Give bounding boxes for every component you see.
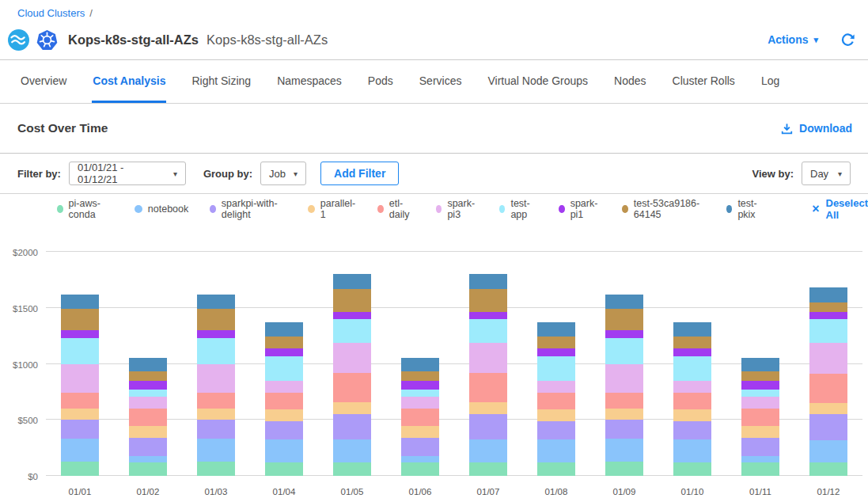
bar-segment-notebook[interactable]	[469, 439, 507, 462]
tab-pods[interactable]: Pods	[367, 60, 394, 103]
bar-segment-spark-pi3[interactable]	[61, 364, 99, 394]
bar-segment-sparkpi-with-delight[interactable]	[537, 421, 575, 439]
deselect-all-button[interactable]: × Deselect All	[812, 197, 868, 221]
tab-log[interactable]: Log	[760, 60, 780, 103]
bar-segment-notebook[interactable]	[61, 439, 99, 462]
bar-segment-spark-pi1[interactable]	[61, 330, 99, 338]
bar-segment-test-53ca9186-64145[interactable]	[809, 302, 847, 312]
bar-segment-test-pkix[interactable]	[605, 295, 643, 309]
bar-segment-spark-pi3[interactable]	[469, 343, 507, 373]
bar-segment-etl-daily[interactable]	[469, 373, 507, 402]
bar-segment-spark-pi1[interactable]	[469, 312, 507, 319]
bar-segment-test-pkix[interactable]	[741, 358, 779, 371]
bar-segment-pi-aws-conda[interactable]	[265, 462, 303, 476]
stacked-bar-01/02[interactable]	[129, 358, 167, 476]
bar-segment-test-app[interactable]	[537, 356, 575, 381]
legend-item-notebook[interactable]: notebook	[135, 203, 188, 215]
bar-segment-sparkpi-with-delight[interactable]	[809, 414, 847, 440]
bar-segment-parallel-1[interactable]	[537, 409, 575, 422]
bar-segment-etl-daily[interactable]	[265, 393, 303, 409]
bar-segment-notebook[interactable]	[809, 440, 847, 462]
stacked-bar-01/03[interactable]	[197, 295, 235, 476]
bar-segment-parallel-1[interactable]	[265, 409, 303, 422]
bar-segment-etl-daily[interactable]	[673, 393, 711, 409]
legend-item-test-53ca9186-64145[interactable]: test-53ca9186-64145	[622, 198, 705, 220]
bar-segment-parallel-1[interactable]	[401, 426, 439, 438]
bar-segment-test-53ca9186-64145[interactable]	[537, 337, 575, 348]
bar-segment-spark-pi3[interactable]	[741, 397, 779, 409]
bar-segment-pi-aws-conda[interactable]	[333, 462, 371, 476]
bar-segment-pi-aws-conda[interactable]	[673, 462, 711, 476]
bar-segment-test-app[interactable]	[129, 390, 167, 397]
bar-segment-test-app[interactable]	[469, 319, 507, 343]
bar-segment-etl-daily[interactable]	[197, 393, 235, 409]
breadcrumb-cloud-clusters-link[interactable]: Cloud Clusters	[17, 7, 85, 19]
bar-segment-spark-pi1[interactable]	[809, 312, 847, 319]
bar-segment-test-53ca9186-64145[interactable]	[469, 289, 507, 312]
bar-segment-etl-daily[interactable]	[537, 393, 575, 409]
group-by-select[interactable]: Job ▾	[260, 162, 306, 185]
bar-segment-spark-pi1[interactable]	[401, 381, 439, 390]
bar-segment-sparkpi-with-delight[interactable]	[129, 438, 167, 456]
bar-segment-spark-pi3[interactable]	[537, 381, 575, 394]
bar-segment-test-pkix[interactable]	[61, 295, 99, 309]
legend-item-spark-pi1[interactable]: spark-pi1	[559, 198, 601, 220]
bar-segment-sparkpi-with-delight[interactable]	[61, 420, 99, 439]
legend-item-etl-daily[interactable]: etl-daily	[377, 198, 415, 220]
legend-item-test-pkix[interactable]: test-pkix	[726, 198, 765, 220]
tab-cost-analysis[interactable]: Cost Analysis	[92, 60, 166, 103]
bar-segment-test-pkix[interactable]	[401, 358, 439, 371]
bar-segment-spark-pi3[interactable]	[605, 364, 643, 394]
bar-segment-pi-aws-conda[interactable]	[469, 462, 507, 476]
tab-nodes[interactable]: Nodes	[613, 60, 646, 103]
bar-segment-parallel-1[interactable]	[129, 426, 167, 438]
bar-segment-sparkpi-with-delight[interactable]	[333, 414, 371, 439]
bar-segment-pi-aws-conda[interactable]	[537, 462, 575, 476]
bar-segment-test-app[interactable]	[265, 356, 303, 381]
bar-segment-parallel-1[interactable]	[605, 409, 643, 420]
bar-segment-sparkpi-with-delight[interactable]	[741, 438, 779, 456]
legend-item-parallel-1[interactable]: parallel-1	[308, 198, 356, 220]
bar-segment-sparkpi-with-delight[interactable]	[197, 420, 235, 439]
bar-segment-etl-daily[interactable]	[809, 374, 847, 404]
stacked-bar-01/04[interactable]	[265, 322, 303, 476]
stacked-bar-01/12[interactable]	[809, 287, 847, 476]
bar-segment-parallel-1[interactable]	[673, 409, 711, 422]
bar-segment-notebook[interactable]	[129, 456, 167, 462]
tab-overview[interactable]: Overview	[20, 60, 67, 103]
bar-segment-notebook[interactable]	[265, 439, 303, 462]
bar-segment-notebook[interactable]	[537, 439, 575, 462]
bar-segment-parallel-1[interactable]	[197, 409, 235, 420]
bar-segment-spark-pi3[interactable]	[809, 343, 847, 374]
bar-segment-spark-pi1[interactable]	[741, 381, 779, 390]
legend-item-pi-aws-conda[interactable]: pi-aws-conda	[57, 198, 113, 220]
bar-segment-test-53ca9186-64145[interactable]	[333, 289, 371, 312]
bar-segment-etl-daily[interactable]	[741, 409, 779, 426]
bar-segment-pi-aws-conda[interactable]	[605, 462, 643, 476]
bar-segment-test-pkix[interactable]	[809, 287, 847, 302]
date-range-select[interactable]: 01/01/21 - 01/12/21 ▾	[69, 162, 186, 185]
bar-segment-notebook[interactable]	[401, 456, 439, 462]
bar-segment-sparkpi-with-delight[interactable]	[265, 421, 303, 439]
bar-segment-parallel-1[interactable]	[741, 426, 779, 438]
bar-segment-test-pkix[interactable]	[129, 358, 167, 371]
bar-segment-pi-aws-conda[interactable]	[401, 462, 439, 476]
bar-segment-spark-pi1[interactable]	[333, 312, 371, 319]
bar-segment-test-53ca9186-64145[interactable]	[401, 371, 439, 382]
bar-segment-test-pkix[interactable]	[265, 322, 303, 337]
bar-segment-spark-pi1[interactable]	[605, 330, 643, 338]
stacked-bar-01/06[interactable]	[401, 358, 439, 476]
bar-segment-notebook[interactable]	[741, 456, 779, 462]
bar-segment-pi-aws-conda[interactable]	[129, 462, 167, 476]
tab-services[interactable]: Services	[419, 60, 463, 103]
download-button[interactable]: Download	[781, 122, 852, 135]
stacked-bar-01/11[interactable]	[741, 358, 779, 476]
bar-segment-test-53ca9186-64145[interactable]	[605, 309, 643, 330]
stacked-bar-01/09[interactable]	[605, 295, 643, 476]
bar-segment-spark-pi3[interactable]	[197, 364, 235, 394]
bar-segment-spark-pi1[interactable]	[129, 381, 167, 390]
bar-segment-parallel-1[interactable]	[333, 402, 371, 415]
bar-segment-test-53ca9186-64145[interactable]	[265, 337, 303, 348]
bar-segment-test-53ca9186-64145[interactable]	[129, 371, 167, 382]
bar-segment-sparkpi-with-delight[interactable]	[673, 421, 711, 439]
